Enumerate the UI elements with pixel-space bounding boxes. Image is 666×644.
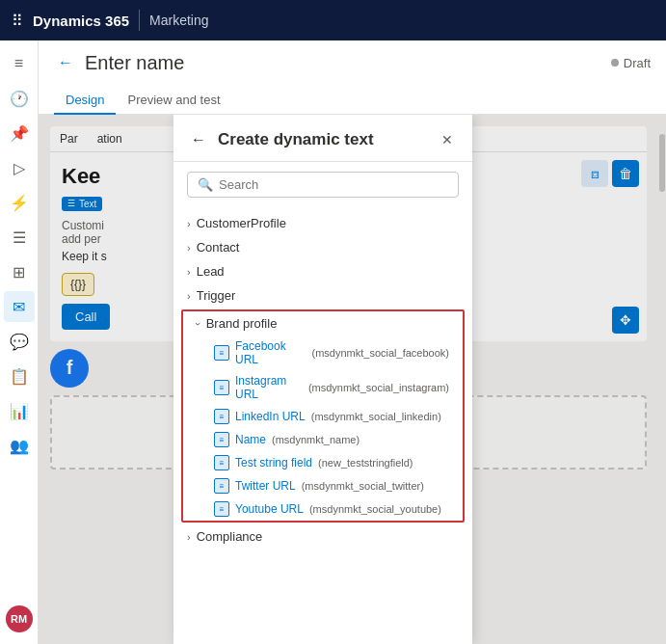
status-dot xyxy=(611,59,619,67)
brand-item-name[interactable]: ≡ Name (msdynmkt_name) xyxy=(183,428,463,451)
main-area: ← Enter name Draft Design Preview and te… xyxy=(39,40,666,644)
apps-icon[interactable]: ⠿ xyxy=(12,12,23,30)
modal-back-button[interactable]: ← xyxy=(189,129,208,150)
back-button[interactable]: ← xyxy=(54,50,77,75)
page-header: ← Enter name Draft xyxy=(39,40,666,75)
brand-item-name-teststring: Test string field xyxy=(235,456,312,470)
brand-item-twitter[interactable]: ≡ Twitter URL (msdynmkt_social_twitter) xyxy=(183,474,463,497)
brand-item-name-facebook: Facebook URL xyxy=(235,339,306,366)
brand-item-name-twitter: Twitter URL xyxy=(235,479,296,493)
brand-item-key-facebook: (msdynmkt_social_facebook) xyxy=(312,347,449,359)
tree-item-trigger[interactable]: › Trigger xyxy=(173,283,472,308)
brand-item-name-youtube: Youtube URL xyxy=(235,502,304,516)
tree-item-contact-label: Contact xyxy=(197,240,240,255)
chevron-compliance-icon: › xyxy=(187,531,191,543)
tree-item-trigger-label: Trigger xyxy=(197,288,236,303)
sidebar-icon-data[interactable]: 📊 xyxy=(4,395,35,426)
sidebar-icon-segments[interactable]: ⚡ xyxy=(4,187,35,218)
brand-item-key-teststring: (new_teststringfield) xyxy=(318,457,413,469)
sidebar-icon-email[interactable]: ✉ xyxy=(4,291,35,322)
brand-item-key-name: (msdynmkt_name) xyxy=(272,434,360,445)
brand-item-icon-name: ≡ xyxy=(214,432,229,447)
tabs-bar: Design Preview and test xyxy=(39,79,666,115)
tree-list: › CustomerProfile › Contact › Lead xyxy=(173,207,472,644)
sidebar: ≡ 🕐 📌 ▷ ⚡ ☰ ⊞ ✉ 💬 📋 📊 👥 RM xyxy=(0,40,39,644)
modal-title: Create dynamic text xyxy=(218,130,428,149)
brand-item-icon-teststring: ≡ xyxy=(214,455,229,470)
page-title: Enter name xyxy=(85,52,603,74)
sidebar-icon-pinned[interactable]: 📌 xyxy=(4,118,35,148)
app-module: Marketing xyxy=(149,13,208,28)
sidebar-icon-clipboard[interactable]: 📋 xyxy=(4,361,35,391)
tab-preview[interactable]: Preview and test xyxy=(116,87,231,115)
app-title: Dynamics 365 xyxy=(33,13,129,29)
brand-item-key-twitter: (msdynmkt_social_twitter) xyxy=(302,480,424,492)
chevron-lead-icon: › xyxy=(187,266,191,278)
brand-item-teststring[interactable]: ≡ Test string field (new_teststringfield… xyxy=(183,451,463,474)
brand-profile-header[interactable]: › Brand profile xyxy=(183,311,463,335)
canvas-area: Par ation ⧈ 🗑 Keep Customers Ent ☰ Text xyxy=(39,115,666,644)
brand-item-icon-instagram: ≡ xyxy=(214,380,229,395)
modal-panel: ← Create dynamic text ✕ 🔍 › CustomerProf… xyxy=(173,115,472,644)
brand-item-icon-twitter: ≡ xyxy=(214,478,229,494)
tab-design[interactable]: Design xyxy=(54,87,116,115)
chevron-contact-icon: › xyxy=(187,242,191,254)
tree-item-compliance[interactable]: › Compliance xyxy=(173,524,472,549)
tree-item-lead[interactable]: › Lead xyxy=(173,259,472,283)
brand-profile-label: Brand profile xyxy=(206,316,278,331)
search-input[interactable] xyxy=(219,177,448,192)
brand-item-icon-youtube: ≡ xyxy=(214,501,229,517)
brand-item-key-instagram: (msdynmkt_social_instagram) xyxy=(308,382,449,393)
chevron-brand-icon: › xyxy=(193,322,204,326)
brand-item-youtube[interactable]: ≡ Youtube URL (msdynmkt_social_youtube) xyxy=(183,497,463,521)
sidebar-icon-recent[interactable]: 🕐 xyxy=(4,83,35,114)
chevron-trigger-icon: › xyxy=(187,290,191,302)
brand-item-name-name: Name xyxy=(235,433,266,446)
tree-item-lead-label: Lead xyxy=(197,264,225,279)
tree-item-customer[interactable]: › CustomerProfile xyxy=(173,211,472,235)
brand-item-key-youtube: (msdynmkt_social_youtube) xyxy=(309,503,441,515)
chevron-customer-icon: › xyxy=(187,218,191,229)
sidebar-icon-menu[interactable]: ≡ xyxy=(4,48,35,79)
sidebar-icon-play[interactable]: ▷ xyxy=(4,152,35,183)
sidebar-icon-grid[interactable]: ⊞ xyxy=(4,256,35,287)
brand-item-name-instagram: Instagram URL xyxy=(235,374,303,401)
sidebar-icon-chat[interactable]: 💬 xyxy=(4,326,35,357)
sidebar-icon-people[interactable]: 👥 xyxy=(4,430,35,461)
modal-header: ← Create dynamic text ✕ xyxy=(173,115,472,162)
tree-item-contact[interactable]: › Contact xyxy=(173,235,472,259)
status-badge: Draft xyxy=(611,56,651,70)
topbar: ⠿ Dynamics 365 Marketing xyxy=(0,0,666,40)
compliance-label: Compliance xyxy=(197,529,263,544)
user-avatar[interactable]: RM xyxy=(6,605,33,632)
nav-divider xyxy=(139,10,140,31)
modal-overlay: ← Create dynamic text ✕ 🔍 › CustomerProf… xyxy=(39,115,666,644)
brand-item-name-linkedin: LinkedIn URL xyxy=(235,410,306,423)
modal-close-button[interactable]: ✕ xyxy=(438,128,457,151)
brand-item-icon-facebook: ≡ xyxy=(214,345,229,361)
brand-item-linkedin[interactable]: ≡ LinkedIn URL (msdynmkt_social_linkedin… xyxy=(183,405,463,428)
brand-item-instagram[interactable]: ≡ Instagram URL (msdynmkt_social_instagr… xyxy=(183,370,463,405)
brand-profile-section: › Brand profile ≡ Facebook URL (msdynmkt… xyxy=(181,309,465,523)
brand-item-key-linkedin: (msdynmkt_social_linkedin) xyxy=(311,411,441,422)
status-label: Draft xyxy=(624,56,651,70)
search-icon: 🔍 xyxy=(198,177,213,192)
sidebar-icon-list[interactable]: ☰ xyxy=(4,222,35,253)
tree-item-customer-label: CustomerProfile xyxy=(197,216,286,230)
brand-item-icon-linkedin: ≡ xyxy=(214,409,229,424)
search-box: 🔍 xyxy=(187,172,459,198)
brand-item-facebook[interactable]: ≡ Facebook URL (msdynmkt_social_facebook… xyxy=(183,335,463,370)
